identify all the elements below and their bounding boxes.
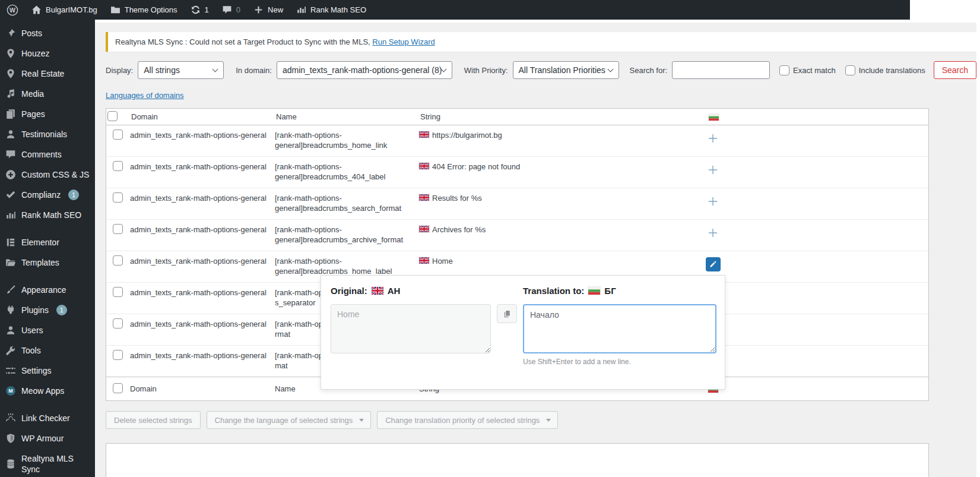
sidebar-item-tools[interactable]: Tools — [0, 340, 95, 361]
row-checkbox[interactable] — [113, 287, 123, 297]
sidebar-item-appearance[interactable]: Appearance — [0, 280, 95, 300]
add-translation-button[interactable] — [707, 164, 719, 176]
seo-chart-icon — [296, 5, 306, 15]
uk-flag-icon — [419, 226, 429, 232]
shield-icon — [5, 433, 16, 444]
person-icon — [5, 129, 16, 140]
sidebar-item-realtyna-mls-sync[interactable]: Realtyna MLS Sync — [0, 448, 95, 477]
change-priority-dropdown-button[interactable]: Change translation priority of selected … — [377, 411, 558, 429]
string-cell: Home — [419, 251, 689, 266]
uk-flag-icon — [419, 163, 429, 169]
search-input[interactable] — [672, 61, 770, 79]
edit-translation-button[interactable] — [706, 257, 721, 271]
main-content: Realtyna MLS Sync : Could not set a Targ… — [95, 20, 976, 477]
row-checkbox[interactable] — [113, 224, 123, 234]
row-checkbox[interactable] — [113, 255, 123, 266]
select-all-checkbox[interactable] — [107, 111, 118, 121]
database-icon — [5, 459, 16, 469]
row-checkbox[interactable] — [113, 161, 123, 171]
search-button[interactable]: Search — [934, 61, 976, 79]
domain-filter-select[interactable]: admin_texts_rank-math-options-general (8… — [277, 61, 452, 79]
copy-original-button[interactable] — [497, 304, 517, 323]
svg-text:W: W — [9, 6, 15, 13]
row-checkbox[interactable] — [113, 129, 123, 140]
updates-menu[interactable]: 1 — [184, 0, 215, 20]
uk-flag-icon — [419, 257, 429, 264]
display-filter-label: Display: — [106, 66, 133, 75]
site-name-menu[interactable]: BulgarIMOT.bg — [25, 0, 104, 20]
run-setup-wizard-link[interactable]: Run Setup Wizard — [372, 37, 435, 46]
map-marker-icon — [5, 48, 16, 59]
sidebar-item-meow-apps[interactable]: MMeow Apps — [0, 381, 95, 401]
sidebar-item-settings[interactable]: Settings — [0, 361, 95, 381]
priority-filter-select[interactable]: All Translation Priorities — [513, 61, 619, 79]
sidebar-item-houzez[interactable]: Houzez — [0, 43, 95, 64]
sidebar-item-complianz[interactable]: Complianz1 — [0, 185, 95, 205]
column-header-string: String — [419, 112, 689, 122]
row-checkbox[interactable] — [113, 318, 123, 328]
site-name-label: BulgarIMOT.bg — [46, 5, 97, 14]
sidebar-item-pages[interactable]: Pages — [0, 104, 95, 124]
row-checkbox[interactable] — [113, 192, 123, 203]
page-header-strip — [95, 20, 976, 23]
name-cell: [rank-math-options-general]breadcrumbs_4… — [275, 157, 419, 182]
admin-bar: W BulgarIMOT.bg Theme Options 1 0 New Ra… — [0, 0, 910, 20]
rank-math-menu[interactable]: Rank Math SEO — [290, 0, 373, 20]
sidebar-item-plugins[interactable]: Plugins1 — [0, 300, 95, 320]
languages-of-domains-link[interactable]: Languages of domains — [106, 91, 184, 100]
meow-apps-icon: M — [5, 386, 16, 396]
sliders-icon — [5, 365, 16, 376]
table-row: admin_texts_rank-math-options-general [r… — [106, 125, 928, 157]
sidebar-item-rank-math-seo[interactable]: Rank Math SEO — [0, 205, 95, 225]
uk-flag-icon — [372, 287, 383, 295]
domain-cell: admin_texts_rank-math-options-general — [130, 125, 275, 140]
svg-text:M: M — [8, 388, 13, 394]
row-checkbox[interactable] — [113, 350, 123, 360]
comments-menu[interactable]: 0 — [215, 0, 247, 20]
notice-text: Realtyna MLS Sync : Could not set a Targ… — [115, 37, 370, 46]
new-content-menu[interactable]: New — [247, 0, 290, 20]
sidebar-item-media[interactable]: Media — [0, 84, 95, 104]
sidebar-item-custom-css-js[interactable]: Custom CSS & JS — [0, 165, 95, 185]
domain-cell: admin_texts_rank-math-options-general — [130, 346, 275, 361]
shift-enter-hint: Use Shift+Enter to add a new line. — [523, 358, 716, 366]
table-row: admin_texts_rank-math-options-general [r… — [106, 188, 928, 220]
theme-options-menu[interactable]: Theme Options — [104, 0, 184, 20]
table-header-row: Domain Name String — [106, 109, 928, 125]
sidebar-item-wp-armour[interactable]: WP Armour — [0, 428, 95, 448]
wordpress-logo-menu[interactable]: W — [0, 0, 25, 20]
select-all-checkbox[interactable] — [113, 383, 123, 393]
original-string-textarea[interactable]: Home — [331, 304, 491, 353]
translation-editor-popup: Original: АН Home Translation to: БГ — [321, 275, 725, 390]
exact-match-checkbox[interactable] — [779, 65, 789, 75]
translation-textarea[interactable]: Начало — [523, 304, 716, 353]
delete-selected-strings-button[interactable]: Delete selected strings — [106, 411, 201, 429]
seo-chart-icon — [5, 210, 16, 220]
change-language-dropdown-button[interactable]: Change the language of selected strings — [207, 411, 372, 429]
include-translations-checkbox[interactable] — [845, 65, 855, 75]
sidebar-item-elementor[interactable]: Elementor — [0, 232, 95, 252]
filter-bar: Display: All strings In domain: admin_te… — [106, 61, 976, 79]
sidebar-item-posts[interactable]: Posts — [0, 23, 95, 43]
search-for-label: Search for: — [630, 66, 668, 75]
person-icon — [5, 325, 16, 336]
display-filter-select[interactable]: All strings — [138, 61, 224, 79]
name-cell: [rank-math-options-general]breadcrumbs_h… — [275, 125, 419, 150]
add-translation-button[interactable] — [707, 195, 719, 207]
wordpress-logo-icon: W — [7, 4, 18, 16]
domain-cell: admin_texts_rank-math-options-general — [130, 157, 275, 172]
wordpress-admin-screen: W BulgarIMOT.bg Theme Options 1 0 New Ra… — [0, 0, 980, 477]
add-translation-button[interactable] — [707, 132, 719, 144]
domain-cell: admin_texts_rank-math-options-general — [130, 251, 275, 266]
sidebar-item-users[interactable]: Users — [0, 320, 95, 340]
add-translation-button[interactable] — [707, 227, 719, 239]
uk-flag-icon — [419, 131, 429, 138]
sidebar-item-comments[interactable]: Comments — [0, 144, 95, 165]
sidebar-item-real-estate[interactable]: Real Estate — [0, 64, 95, 84]
sidebar-item-templates[interactable]: Templates — [0, 252, 95, 273]
sidebar-item-testimonials[interactable]: Testimonials — [0, 124, 95, 144]
copy-icon — [503, 309, 512, 318]
original-heading: Original: АН — [331, 284, 523, 297]
sidebar-item-link-checker[interactable]: Link Checker — [0, 408, 95, 428]
column-footer-domain: Domain — [130, 384, 275, 394]
